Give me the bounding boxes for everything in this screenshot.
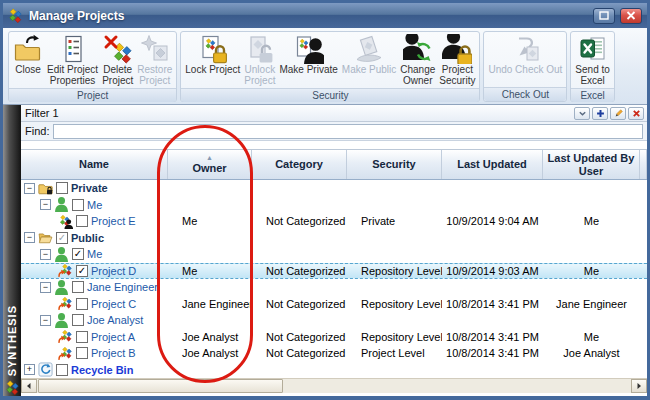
tree-expander-collapse-icon[interactable]: − bbox=[40, 199, 51, 210]
close-button[interactable]: Close bbox=[11, 33, 45, 88]
scroll-right-button[interactable] bbox=[631, 379, 647, 393]
column-header-category[interactable]: Category bbox=[252, 150, 347, 179]
tree-name-cell[interactable]: −Me bbox=[21, 197, 168, 212]
lock-project-icon bbox=[198, 34, 228, 64]
row-checkbox[interactable]: ✓ bbox=[56, 232, 68, 244]
column-header-label: Category bbox=[275, 158, 323, 170]
column-header-owner[interactable]: ▲Owner bbox=[168, 150, 252, 179]
table-row[interactable]: Project AJoe AnalystNot CategorizedRepos… bbox=[21, 329, 647, 346]
row-checkbox[interactable] bbox=[76, 215, 88, 227]
table-row[interactable]: Project BJoe AnalystNot CategorizedProje… bbox=[21, 345, 647, 362]
change-owner-button[interactable]: Change Owner bbox=[398, 33, 437, 88]
table-row[interactable]: Project CJane EngineerNot CategorizedRep… bbox=[21, 296, 647, 313]
scroll-thumb[interactable] bbox=[38, 379, 283, 393]
row-checkbox[interactable] bbox=[56, 182, 68, 194]
row-checkbox[interactable]: ✓ bbox=[76, 265, 88, 277]
tree-name-cell[interactable]: Project B bbox=[21, 346, 168, 361]
ribbon-group-caption: Project bbox=[9, 88, 176, 102]
row-checkbox[interactable] bbox=[76, 347, 88, 359]
column-header-label: Name bbox=[79, 158, 109, 170]
row-name: Project C bbox=[91, 298, 136, 310]
tree-expander-collapse-icon[interactable]: − bbox=[40, 315, 51, 326]
row-checkbox[interactable] bbox=[76, 298, 88, 310]
table-row[interactable]: −✓Public bbox=[21, 230, 647, 247]
tree-name-cell[interactable]: −✓Public bbox=[21, 230, 168, 245]
tree-name-cell[interactable]: Project C bbox=[21, 296, 168, 311]
tree-name-cell[interactable]: +Recycle Bin bbox=[21, 362, 168, 377]
tree-expander-collapse-icon[interactable]: − bbox=[40, 282, 51, 293]
send-to-excel-button[interactable]: Send to Excel bbox=[573, 33, 611, 88]
row-checkbox[interactable]: ✓ bbox=[72, 248, 84, 260]
delete-project-icon bbox=[103, 34, 133, 64]
tree-name-cell[interactable]: Project A bbox=[21, 329, 168, 344]
edit-project-properties-button[interactable]: Edit Project Properties bbox=[45, 33, 100, 88]
make-private-button[interactable]: Make Private bbox=[277, 33, 339, 88]
find-bar: Find: bbox=[21, 122, 647, 141]
horizontal-scrollbar[interactable] bbox=[21, 378, 647, 393]
unlock-project-button: Unlock Project bbox=[242, 33, 277, 88]
ribbon-button-label: Edit Project Properties bbox=[47, 65, 98, 87]
ribbon-button-label: Make Public bbox=[342, 65, 396, 76]
table-row[interactable]: ✓Project DMeNot CategorizedRepository Le… bbox=[21, 263, 647, 280]
table-row[interactable]: −Private bbox=[21, 180, 647, 197]
last-updated-by-cell: Me bbox=[543, 265, 640, 277]
column-header-last-updated[interactable]: Last Updated bbox=[442, 150, 543, 179]
tree-name-cell[interactable]: −✓Me bbox=[21, 247, 168, 262]
ribbon: CloseEdit Project PropertiesDelete Proje… bbox=[3, 28, 647, 105]
tree-expander-collapse-icon[interactable]: − bbox=[24, 232, 35, 243]
manage-projects-window: Manage Projects CloseEdit Project Proper… bbox=[0, 0, 650, 400]
table-row[interactable]: −Joe Analyst bbox=[21, 312, 647, 329]
tree-expander-expand-icon[interactable]: + bbox=[24, 364, 35, 375]
filter-collapse-button[interactable] bbox=[574, 107, 590, 120]
table-row[interactable]: −✓Me bbox=[21, 246, 647, 263]
table-row[interactable]: Project EMeNot CategorizedPrivate10/9/20… bbox=[21, 213, 647, 230]
tree-name-cell[interactable]: −Jane Engineer bbox=[21, 280, 168, 295]
lock-project-button[interactable]: Lock Project bbox=[183, 33, 242, 88]
row-checkbox[interactable] bbox=[72, 314, 84, 326]
tree-name-cell[interactable]: ✓Project D bbox=[21, 263, 168, 278]
find-input[interactable] bbox=[53, 124, 643, 139]
project-security-button[interactable]: Project Security bbox=[437, 33, 477, 88]
row-checkbox[interactable] bbox=[76, 331, 88, 343]
user-icon bbox=[54, 197, 69, 212]
tree-expander-collapse-icon[interactable]: − bbox=[40, 249, 51, 260]
project-icon bbox=[58, 296, 73, 311]
user-icon bbox=[54, 313, 69, 328]
row-name: Public bbox=[71, 232, 104, 244]
category-cell: Not Categorized bbox=[252, 215, 347, 227]
row-checkbox[interactable] bbox=[72, 199, 84, 211]
table-row[interactable]: −Me bbox=[21, 197, 647, 214]
window-title: Manage Projects bbox=[29, 9, 588, 23]
scroll-left-button[interactable] bbox=[21, 379, 37, 393]
row-checkbox[interactable] bbox=[72, 281, 84, 293]
delete-project-button[interactable]: Delete Project bbox=[100, 33, 135, 88]
maximize-button[interactable] bbox=[593, 8, 615, 24]
security-cell: Project Level bbox=[347, 347, 442, 359]
make-private-icon bbox=[294, 34, 324, 64]
edit-filter-button[interactable] bbox=[610, 107, 626, 120]
edit-properties-icon bbox=[58, 34, 88, 64]
tree-name-cell[interactable]: Project E bbox=[21, 214, 168, 229]
last-updated-by-cell: Me bbox=[543, 215, 640, 227]
undo-check-out-icon bbox=[510, 34, 540, 64]
table-row[interactable]: +Recycle Bin bbox=[21, 362, 647, 379]
column-header-name[interactable]: Name bbox=[21, 150, 168, 179]
row-name: Me bbox=[87, 248, 102, 260]
filter-name: Filter 1 bbox=[25, 107, 59, 119]
scroll-track[interactable] bbox=[284, 379, 631, 393]
close-window-button[interactable] bbox=[620, 8, 642, 24]
column-header-last-updated-by-user[interactable]: Last Updated By User bbox=[543, 150, 640, 179]
ribbon-button-label: Delete Project bbox=[102, 65, 133, 87]
app-logo-icon bbox=[8, 8, 24, 24]
restore-project-icon bbox=[140, 34, 170, 64]
delete-filter-button[interactable] bbox=[628, 107, 644, 120]
tree-expander-collapse-icon[interactable]: − bbox=[24, 183, 35, 194]
add-filter-button[interactable] bbox=[592, 107, 608, 120]
table-row[interactable]: −Jane Engineer bbox=[21, 279, 647, 296]
tree-name-cell[interactable]: −Private bbox=[21, 181, 168, 196]
row-checkbox[interactable] bbox=[56, 364, 68, 376]
titlebar: Manage Projects bbox=[3, 3, 647, 28]
tree-name-cell[interactable]: −Joe Analyst bbox=[21, 313, 168, 328]
column-header-security[interactable]: Security bbox=[347, 150, 442, 179]
column-header-label: Last Updated bbox=[457, 158, 527, 170]
